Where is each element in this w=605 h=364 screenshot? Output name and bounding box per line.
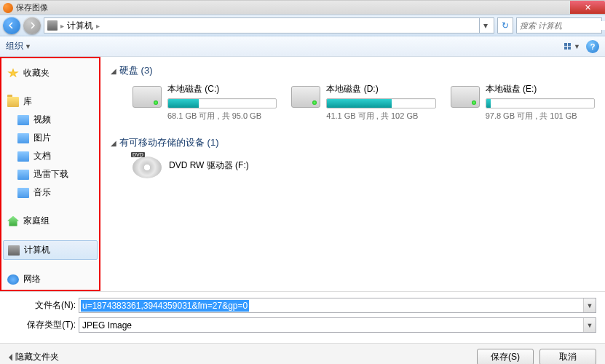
filetype-label: 保存类型(T): bbox=[9, 319, 79, 331]
sidebar: 收藏夹 库 视频 图片 文档 迅雷下载 音乐 家庭组 计算机 网络 bbox=[0, 57, 100, 291]
refresh-button[interactable]: ↻ bbox=[497, 17, 513, 33]
hdd-icon bbox=[291, 86, 320, 108]
help-button[interactable]: ? bbox=[586, 40, 599, 53]
sidebar-homegroup[interactable]: 家庭组 bbox=[1, 212, 99, 230]
window-title: 保存图像 bbox=[16, 2, 48, 13]
filename-input[interactable]: u=1874383361,3944359031&fm=27&gp=0 ▼ bbox=[79, 298, 596, 313]
drive-item[interactable]: 本地磁盘 (C:)68.1 GB 可用 , 共 95.0 GB bbox=[133, 83, 277, 122]
toolbar: 组织 ▼ ▼ ? bbox=[0, 36, 605, 57]
collapse-left-icon bbox=[9, 354, 12, 361]
dvd-drive[interactable]: DVD RW 驱动器 (F:) bbox=[133, 155, 595, 178]
filename-panel: 文件名(N): u=1874383361,3944359031&fm=27&gp… bbox=[0, 291, 605, 343]
usage-bar bbox=[486, 98, 595, 108]
hdd-icon bbox=[133, 86, 162, 108]
close-button[interactable]: ✕ bbox=[570, 1, 605, 14]
search-input[interactable] bbox=[520, 21, 605, 30]
breadcrumb-item[interactable]: 计算机 bbox=[67, 20, 93, 32]
chevron-down-icon: ▼ bbox=[574, 43, 580, 50]
sidebar-favorites[interactable]: 收藏夹 bbox=[1, 64, 99, 82]
filename-label: 文件名(N): bbox=[9, 299, 79, 312]
sidebar-computer[interactable]: 计算机 bbox=[3, 240, 98, 260]
usage-bar bbox=[326, 98, 435, 108]
search-box[interactable]: 🔍 bbox=[516, 17, 602, 33]
forward-button[interactable] bbox=[23, 17, 41, 34]
download-icon bbox=[17, 170, 29, 180]
sidebar-item-pictures[interactable]: 图片 bbox=[1, 129, 99, 147]
filetype-select[interactable]: JPEG Image ▼ bbox=[79, 317, 596, 333]
chevron-down-icon[interactable]: ▼ bbox=[583, 318, 596, 332]
usage-bar bbox=[167, 98, 277, 108]
sidebar-item-documents[interactable]: 文档 bbox=[1, 147, 99, 165]
breadcrumb-dropdown[interactable]: ▾ bbox=[479, 17, 491, 33]
dvd-icon bbox=[133, 157, 162, 178]
sidebar-item-music[interactable]: 音乐 bbox=[1, 183, 99, 202]
chevron-down-icon[interactable]: ▼ bbox=[583, 298, 596, 312]
computer-icon bbox=[8, 245, 20, 256]
collapse-icon: ◢ bbox=[111, 67, 116, 75]
picture-icon bbox=[17, 133, 29, 143]
drive-item[interactable]: 本地磁盘 (D:)41.1 GB 可用 , 共 102 GB bbox=[291, 83, 435, 122]
sidebar-libraries[interactable]: 库 bbox=[1, 92, 99, 111]
nav-bar: ▸ 计算机 ▸ ▾ ↻ 🔍 bbox=[0, 15, 605, 36]
hdd-icon bbox=[451, 86, 480, 108]
folder-icon bbox=[7, 97, 19, 107]
window-controls: ✕ bbox=[570, 1, 605, 14]
chevron-right-icon: ▸ bbox=[60, 22, 64, 30]
organize-menu[interactable]: 组织 ▼ bbox=[6, 40, 31, 52]
breadcrumb[interactable]: ▸ 计算机 ▸ ▾ bbox=[44, 17, 494, 33]
drive-item[interactable]: 本地磁盘 (E:)97.8 GB 可用 , 共 101 GB bbox=[451, 83, 595, 122]
section-hard-drives[interactable]: ◢ 硬盘 (3) bbox=[111, 64, 595, 77]
sidebar-item-videos[interactable]: 视频 bbox=[1, 111, 99, 129]
computer-icon bbox=[47, 20, 58, 31]
collapse-icon: ◢ bbox=[111, 139, 116, 147]
network-icon bbox=[7, 274, 19, 285]
save-button[interactable]: 保存(S) bbox=[477, 349, 534, 364]
star-icon bbox=[7, 68, 19, 79]
section-removable[interactable]: ◢ 有可移动存储的设备 (1) bbox=[111, 136, 595, 149]
chevron-right-icon: ▸ bbox=[96, 22, 100, 30]
app-icon bbox=[3, 3, 13, 13]
homegroup-icon bbox=[7, 216, 19, 226]
video-icon bbox=[17, 115, 29, 125]
sidebar-item-thunder[interactable]: 迅雷下载 bbox=[1, 165, 99, 183]
sidebar-network[interactable]: 网络 bbox=[1, 270, 99, 288]
cancel-button[interactable]: 取消 bbox=[539, 349, 596, 364]
view-options-button[interactable]: ▼ bbox=[564, 43, 580, 50]
content-pane: ◢ 硬盘 (3) 本地磁盘 (C:)68.1 GB 可用 , 共 95.0 GB… bbox=[100, 57, 605, 291]
hide-folders-toggle[interactable]: 隐藏文件夹 bbox=[9, 351, 59, 363]
back-button[interactable] bbox=[3, 17, 20, 34]
footer: 隐藏文件夹 保存(S) 取消 bbox=[0, 343, 605, 364]
titlebar: 保存图像 ✕ bbox=[0, 0, 605, 15]
music-icon bbox=[17, 188, 29, 198]
chevron-down-icon: ▼ bbox=[25, 43, 31, 50]
document-icon bbox=[17, 151, 29, 162]
